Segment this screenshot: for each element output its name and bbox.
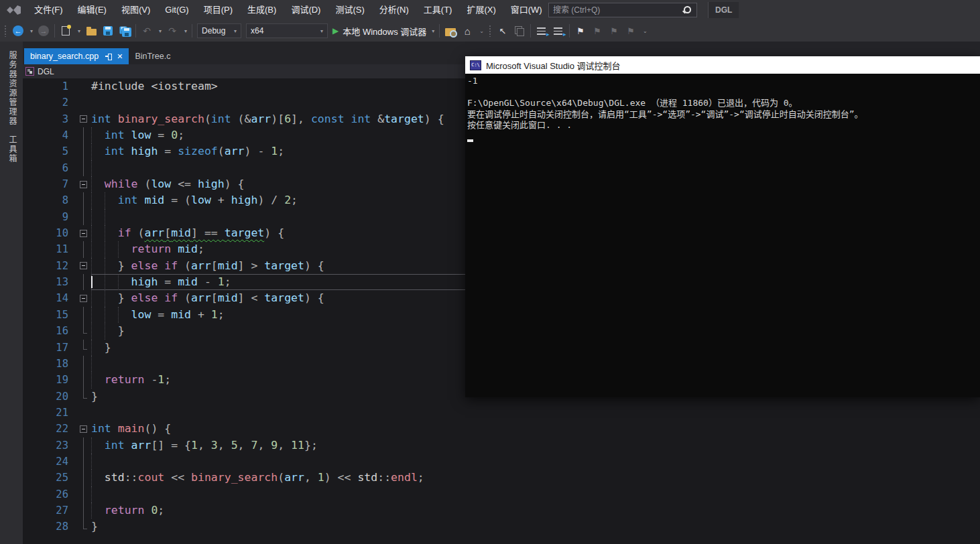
save-all-button[interactable] (119, 23, 131, 39)
redo-dropdown-chevron-icon[interactable]: ▾ (184, 28, 187, 34)
code-token: 1 (158, 373, 164, 386)
redo-button[interactable]: ↷ (166, 23, 178, 39)
code-line[interactable]: 22int main() { (23, 421, 980, 437)
toolbar-separator (54, 24, 55, 38)
menu-item[interactable]: 调试(D) (284, 0, 328, 20)
menu-item[interactable]: 生成(B) (240, 0, 284, 20)
code-token: ; (178, 129, 184, 141)
document-tab[interactable]: binary_search.cpp✕ (24, 48, 129, 64)
search-box[interactable] (548, 3, 697, 17)
new-file-button[interactable] (60, 23, 72, 39)
fold-margin (68, 323, 91, 339)
document-tab[interactable]: BinTree.c (129, 48, 176, 64)
code-token: } (91, 390, 98, 403)
project-name[interactable]: DGL (38, 67, 54, 76)
toolbar-overflow-chevron-icon[interactable]: ⌄ (643, 28, 648, 34)
code-line[interactable]: 27return 0; (23, 502, 980, 519)
code-token: 7 (251, 439, 257, 452)
save-button[interactable] (102, 23, 114, 39)
open-file-button[interactable] (85, 23, 97, 39)
fold-margin[interactable] (68, 225, 91, 241)
code-line[interactable]: 26 (23, 486, 980, 502)
solution-platform-dropdown[interactable]: x64 ▾ (246, 23, 328, 38)
solution-configuration-dropdown[interactable]: Debug ▾ (197, 23, 241, 38)
fold-collapse-icon[interactable] (80, 115, 87, 123)
increase-indent-button[interactable] (552, 23, 564, 39)
console-title-bar[interactable]: C:\ Microsoft Visual Studio 调试控制台 (465, 56, 980, 74)
menu-item[interactable]: 窗口(W) (503, 0, 550, 20)
menu-item[interactable]: 分析(N) (372, 0, 416, 20)
line-number: 20 (23, 389, 68, 405)
select-tool-button[interactable]: ↖ (497, 23, 509, 39)
tool-window-tab[interactable]: 服务器资源管理器 (7, 51, 18, 126)
fold-margin (68, 192, 91, 208)
copy-button[interactable] (513, 23, 526, 39)
search-input[interactable] (549, 5, 682, 15)
navigate-back-button[interactable]: ← (12, 23, 24, 39)
console-output[interactable]: -1 F:\OpenGL\Source\x64\Debug\DGL.exe （进… (465, 74, 980, 397)
toolbar-separator (530, 24, 531, 38)
fold-collapse-icon[interactable] (80, 425, 87, 433)
toolbar-grip[interactable] (4, 25, 7, 37)
back-dropdown-chevron-icon[interactable]: ▾ (30, 28, 33, 34)
decrease-indent-button[interactable] (536, 23, 548, 39)
code-token: ] < (238, 291, 265, 304)
menu-item[interactable]: 测试(S) (328, 0, 371, 20)
chevron-small-icon[interactable]: ⌄ (479, 28, 484, 34)
start-debugging-button[interactable]: ▶ 本地 Windows 调试器 ▾ (332, 25, 434, 38)
next-bookmark-button[interactable]: ⚑ (608, 23, 620, 39)
line-content[interactable] (91, 405, 980, 421)
menu-item[interactable]: 工具(T) (416, 0, 460, 20)
line-content[interactable]: } (91, 519, 980, 535)
menu-item[interactable]: Git(G) (158, 0, 196, 20)
code-line[interactable]: 28} (23, 519, 980, 535)
line-content[interactable]: std::cout << binary_search(arr, 1) << st… (91, 470, 980, 486)
toggle-bookmark-button[interactable]: ⚑ (574, 23, 587, 39)
platform-value: x64 (251, 26, 315, 36)
clear-bookmarks-button[interactable]: ⚑ (625, 23, 637, 39)
menu-item[interactable]: 项目(P) (196, 0, 240, 20)
fold-margin[interactable] (68, 290, 91, 306)
solution-explorer-home-button[interactable]: ⌂ (461, 23, 473, 39)
fold-margin[interactable] (68, 111, 91, 127)
code-token: (& (231, 113, 251, 125)
fold-collapse-icon[interactable] (80, 230, 87, 237)
line-content[interactable]: int arr[] = {1, 3, 5, 7, 9, 11}; (91, 437, 980, 454)
previous-bookmark-button[interactable]: ⚑ (591, 23, 603, 39)
profile-button[interactable]: DGL (708, 2, 739, 18)
fold-margin[interactable] (68, 421, 91, 437)
menu-item[interactable]: 扩展(X) (459, 0, 503, 20)
code-line[interactable]: 25std::cout << binary_search(arr, 1) << … (23, 470, 980, 486)
debug-console-window[interactable]: C:\ Microsoft Visual Studio 调试控制台 -1 F:\… (465, 56, 980, 397)
toolbar-grip[interactable] (489, 25, 492, 37)
find-in-files-button[interactable] (444, 23, 456, 39)
close-icon[interactable]: ✕ (117, 52, 123, 61)
code-token: 1 (318, 471, 324, 484)
tool-window-tab[interactable]: 工具箱 (7, 135, 18, 163)
undo-button[interactable]: ↶ (141, 23, 153, 39)
navigate-forward-button[interactable]: → (38, 23, 50, 39)
line-content[interactable]: return 0; (91, 502, 980, 519)
line-content[interactable] (91, 486, 980, 502)
fold-margin[interactable] (68, 258, 91, 274)
code-line[interactable]: 21 (23, 405, 980, 421)
line-content[interactable]: int main() { (91, 421, 980, 437)
code-token: while (105, 178, 138, 190)
code-line[interactable]: 23int arr[] = {1, 3, 5, 7, 9, 11}; (23, 437, 980, 454)
menu-item[interactable]: 视图(V) (114, 0, 158, 20)
code-token: if (164, 259, 178, 272)
search-icon[interactable] (682, 5, 692, 15)
fold-margin (68, 405, 91, 421)
undo-dropdown-chevron-icon[interactable]: ▾ (159, 28, 162, 34)
line-content[interactable] (91, 454, 980, 470)
pin-icon[interactable] (105, 53, 111, 60)
new-file-dropdown-chevron-icon[interactable]: ▾ (78, 28, 80, 34)
fold-collapse-icon[interactable] (80, 295, 87, 302)
code-line[interactable]: 24 (23, 454, 980, 470)
menu-item[interactable]: 编辑(E) (70, 0, 114, 20)
indent-guide (105, 258, 118, 274)
menu-item[interactable]: 文件(F) (27, 0, 70, 20)
fold-collapse-icon[interactable] (80, 262, 87, 269)
fold-collapse-icon[interactable] (80, 181, 87, 188)
fold-margin[interactable] (68, 176, 91, 192)
